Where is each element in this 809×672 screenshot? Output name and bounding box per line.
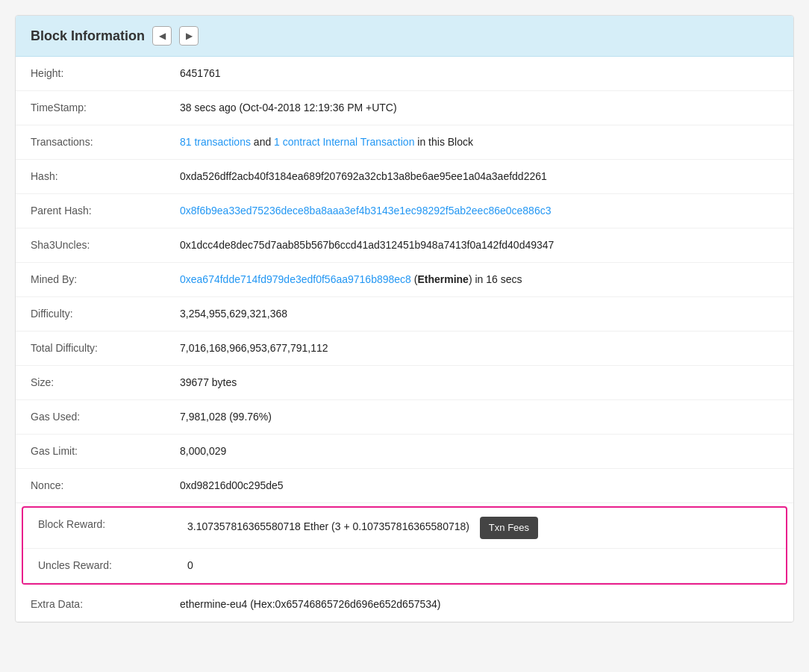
prev-block-button[interactable]: ◀ xyxy=(152,26,172,46)
value-gas-limit: 8,000,029 xyxy=(165,435,793,469)
label-size: Size: xyxy=(16,366,165,400)
mined-by-pool: Ethermine xyxy=(417,273,468,285)
row-height: Height: 6451761 xyxy=(16,57,793,91)
block-info-card: Block Information ◀ ▶ Height: 6451761 Ti… xyxy=(15,15,794,623)
row-parent-hash: Parent Hash: 0x8f6b9ea33ed75236dece8ba8a… xyxy=(16,194,793,228)
value-uncles-reward: 0 xyxy=(172,548,786,582)
parent-hash-link[interactable]: 0x8f6b9ea33ed75236dece8ba8aaa3ef4b3143e1… xyxy=(180,205,551,217)
row-gas-limit: Gas Limit: 8,000,029 xyxy=(16,435,793,469)
label-gas-used: Gas Used: xyxy=(16,400,165,435)
row-mined-by: Mined By: 0xea674fdde714fd979de3edf0f56a… xyxy=(16,263,793,297)
transactions-link[interactable]: 81 transactions xyxy=(180,136,251,148)
row-hash: Hash: 0xda526dff2acb40f3184ea689f207692a… xyxy=(16,160,793,194)
row-transactions: Transactions: 81 transactions and 1 cont… xyxy=(16,125,793,160)
label-total-difficulty: Total Difficulty: xyxy=(16,332,165,366)
reward-table: Block Reward: 3.107357816365580718 Ether… xyxy=(23,508,786,583)
card-header: Block Information ◀ ▶ xyxy=(16,16,793,57)
row-total-difficulty: Total Difficulty: 7,016,168,966,953,677,… xyxy=(16,332,793,366)
row-sha3uncles: Sha3Uncles: 0x1dcc4de8dec75d7aab85b567b6… xyxy=(16,228,793,263)
extra-table: Extra Data: ethermine-eu4 (Hex:0x6574686… xyxy=(16,588,793,622)
label-uncles-reward: Uncles Reward: xyxy=(23,548,172,582)
value-size: 39677 bytes xyxy=(165,366,793,400)
page-title: Block Information xyxy=(31,28,145,44)
label-extra-data: Extra Data: xyxy=(16,588,165,622)
value-mined-by: 0xea674fdde714fd979de3edf0f56aa9716b898e… xyxy=(165,263,793,297)
block-reward-text: 3.107357816365580718 Ether (3 + 0.107357… xyxy=(187,520,469,532)
value-block-reward: 3.107357816365580718 Ether (3 + 0.107357… xyxy=(172,508,786,548)
label-mined-by: Mined By: xyxy=(16,263,165,297)
label-gas-limit: Gas Limit: xyxy=(16,435,165,469)
row-size: Size: 39677 bytes xyxy=(16,366,793,400)
row-gas-used: Gas Used: 7,981,028 (99.76%) xyxy=(16,400,793,435)
label-difficulty: Difficulty: xyxy=(16,297,165,332)
label-sha3uncles: Sha3Uncles: xyxy=(16,228,165,263)
next-block-button[interactable]: ▶ xyxy=(179,26,199,46)
value-parent-hash: 0x8f6b9ea33ed75236dece8ba8aaa3ef4b3143e1… xyxy=(165,194,793,228)
value-nonce: 0xd98216d00c295de5 xyxy=(165,469,793,503)
info-table: Height: 6451761 TimeStamp: 38 secs ago (… xyxy=(16,57,793,503)
value-total-difficulty: 7,016,168,966,953,677,791,112 xyxy=(165,332,793,366)
value-difficulty: 3,254,955,629,321,368 xyxy=(165,297,793,332)
value-gas-used: 7,981,028 (99.76%) xyxy=(165,400,793,435)
label-timestamp: TimeStamp: xyxy=(16,91,165,125)
label-nonce: Nonce: xyxy=(16,469,165,503)
row-uncles-reward: Uncles Reward: 0 xyxy=(23,548,786,582)
value-transactions: 81 transactions and 1 contract Internal … xyxy=(165,125,793,160)
mined-by-suffix: ) in 16 secs xyxy=(469,273,522,285)
row-difficulty: Difficulty: 3,254,955,629,321,368 xyxy=(16,297,793,332)
label-hash: Hash: xyxy=(16,160,165,194)
transactions-suffix: in this Block xyxy=(417,136,473,148)
label-transactions: Transactions: xyxy=(16,125,165,160)
label-height: Height: xyxy=(16,57,165,91)
transactions-and: and xyxy=(254,136,274,148)
value-sha3uncles: 0x1dcc4de8dec75d7aab85b567b6ccd41ad31245… xyxy=(165,228,793,263)
label-block-reward: Block Reward: xyxy=(23,508,172,548)
row-extra-data: Extra Data: ethermine-eu4 (Hex:0x6574686… xyxy=(16,588,793,622)
row-block-reward: Block Reward: 3.107357816365580718 Ether… xyxy=(23,508,786,548)
internal-transaction-link[interactable]: 1 contract Internal Transaction xyxy=(274,136,414,148)
value-hash: 0xda526dff2acb40f3184ea689f207692a32cb13… xyxy=(165,160,793,194)
value-timestamp: 38 secs ago (Oct-04-2018 12:19:36 PM +UT… xyxy=(165,91,793,125)
reward-box: Block Reward: 3.107357816365580718 Ether… xyxy=(22,506,787,585)
txn-fees-tooltip: Txn Fees xyxy=(480,517,538,539)
mined-by-link[interactable]: 0xea674fdde714fd979de3edf0f56aa9716b898e… xyxy=(180,273,411,285)
value-extra-data: ethermine-eu4 (Hex:0x65746865726d696e652… xyxy=(165,588,793,622)
row-timestamp: TimeStamp: 38 secs ago (Oct-04-2018 12:1… xyxy=(16,91,793,125)
value-height: 6451761 xyxy=(165,57,793,91)
label-parent-hash: Parent Hash: xyxy=(16,194,165,228)
row-nonce: Nonce: 0xd98216d00c295de5 xyxy=(16,469,793,503)
